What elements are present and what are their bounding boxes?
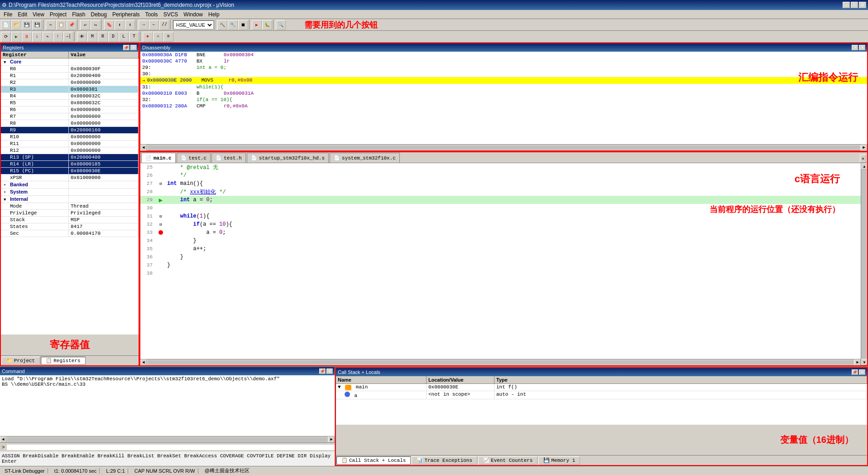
bookmark-btn[interactable]: 🔖	[104, 20, 114, 30]
command-pin-btn[interactable]: 📌	[319, 368, 326, 374]
menu-svcs[interactable]: SVCS	[161, 11, 181, 18]
tab-test-c[interactable]: 📄 test.c	[177, 153, 211, 163]
menu-window[interactable]: Window	[181, 11, 206, 18]
mem-btn[interactable]: M	[87, 32, 97, 42]
cut-btn[interactable]: ✂	[46, 20, 56, 30]
reset-btn[interactable]: ⟳	[1, 32, 11, 42]
maximize-button[interactable]: □	[851, 2, 858, 8]
reg-btn[interactable]: R	[98, 32, 108, 42]
cmd-scroll-right[interactable]: ►	[328, 436, 335, 443]
registers-close-btn[interactable]: ✕	[130, 45, 137, 50]
menu-view[interactable]: View	[30, 11, 47, 18]
disassembly-content[interactable]: 0x0800030A D1FB BNE 0x08000304 0x0800030…	[140, 52, 867, 144]
system-expand-btn[interactable]: +	[3, 190, 7, 195]
menu-debug[interactable]: Debug	[88, 11, 110, 18]
code-line-38: 38	[140, 269, 861, 277]
breakpoint-33[interactable]	[158, 230, 163, 235]
undo-btn[interactable]: ↩	[80, 20, 90, 30]
save-all-btn[interactable]: 💾	[32, 20, 42, 30]
save-btn[interactable]: 💾	[22, 20, 32, 30]
memory1-tab-btn[interactable]: 💾 Memory 1	[538, 456, 580, 465]
clear-bp-btn[interactable]: ○	[153, 32, 163, 42]
reg-r9-name: R9	[1, 127, 69, 133]
indent-btn[interactable]: →	[139, 20, 149, 30]
tab-test-h[interactable]: 📄 test.h	[211, 153, 246, 163]
menu-edit[interactable]: Edit	[15, 11, 30, 18]
callstack-close-btn[interactable]: ✕	[859, 369, 865, 375]
paste-btn[interactable]: 📌	[67, 20, 77, 30]
next-bookmark-btn[interactable]: ⬇	[125, 20, 135, 30]
watch-btn[interactable]: 👁	[77, 32, 87, 42]
registers-tab-btn[interactable]: 📋 Registers	[41, 357, 85, 365]
disasm-scroll-left[interactable]: ◄	[140, 145, 147, 151]
event-counters-tab-btn[interactable]: 📈 Event Counters	[478, 456, 537, 465]
vscroll-up-btn[interactable]: ▲	[861, 163, 867, 170]
tab-startup[interactable]: 📄 startup_stm32f10x_hd.s	[247, 153, 329, 163]
callstack-tab-btn[interactable]: 📋 Call Stack + Locals	[336, 456, 411, 465]
open-btn[interactable]: 📂	[11, 20, 21, 30]
event-tab-icon: 📈	[483, 457, 489, 463]
run-to-cursor-btn[interactable]: →|	[63, 32, 73, 42]
fold-icon-32[interactable]: ⊟	[159, 222, 162, 227]
logic-btn[interactable]: L	[119, 32, 129, 42]
stop-build-btn[interactable]: ⏹	[238, 20, 248, 30]
debug-btn[interactable]: ▶	[252, 20, 262, 30]
tab-main-c[interactable]: 📄 main.c	[141, 153, 176, 163]
trace-btn[interactable]: T	[129, 32, 139, 42]
reg-r11-name: R11	[1, 141, 69, 147]
disasm-close-btn[interactable]: ✕	[859, 45, 865, 50]
command-input-field[interactable]	[7, 445, 335, 450]
search-btn[interactable]: 🔍	[276, 20, 286, 30]
internal-expand-btn[interactable]: ▼	[3, 198, 7, 202]
disasm-btn[interactable]: D	[108, 32, 118, 42]
line-gutter-27: ⊟	[156, 181, 165, 186]
menu-help[interactable]: Help	[206, 11, 222, 18]
banked-expand-btn[interactable]: +	[3, 183, 7, 188]
code-scroll-left[interactable]: ◄	[140, 359, 147, 366]
breakpoint-btn[interactable]: ●	[143, 32, 153, 42]
menu-tools[interactable]: Tools	[143, 11, 161, 18]
vscroll-down-btn[interactable]: ▼	[861, 359, 867, 365]
code-scroll-right[interactable]: ►	[854, 359, 861, 366]
cs-expand-icon[interactable]: ▼	[338, 384, 341, 390]
start-debug-btn[interactable]: 🐛	[262, 20, 272, 30]
new-file-btn[interactable]: 📄	[1, 20, 11, 30]
fold-icon-31[interactable]: ⊟	[159, 214, 162, 219]
menu-project[interactable]: Project	[47, 11, 69, 18]
tab-system[interactable]: 📄 system_stm32f10x.c	[330, 153, 400, 163]
prev-bookmark-btn[interactable]: ⬆	[115, 20, 125, 30]
build-btn[interactable]: 🔨	[217, 20, 227, 30]
callstack-pin-btn[interactable]: 📌	[852, 369, 858, 375]
fold-icon-27[interactable]: ⊟	[159, 181, 162, 186]
disasm-float-btn[interactable]: ↗	[852, 45, 858, 50]
comment-btn[interactable]: //	[159, 20, 169, 30]
minimize-button[interactable]: ─	[843, 2, 850, 8]
core-expand-btn[interactable]: ▼	[3, 60, 7, 65]
rebuild-btn[interactable]: 🔧	[228, 20, 238, 30]
project-tab-btn[interactable]: 📁 Project	[1, 357, 40, 365]
command-close-btn[interactable]: ✕	[326, 368, 333, 374]
close-button[interactable]: ✕	[859, 2, 866, 8]
redo-btn[interactable]: ↪	[91, 20, 101, 30]
code-content[interactable]: 25 * @retval 无 26 */	[140, 163, 861, 359]
registers-pin-btn[interactable]: 📌	[123, 45, 129, 50]
stop-btn[interactable]: ⏸	[22, 32, 32, 42]
step-into-btn[interactable]: ↓	[32, 32, 42, 42]
reg-r15-name: R15 (PC)	[1, 168, 69, 174]
line-number-34: 34	[140, 238, 156, 243]
menu-flash[interactable]: Flash	[69, 11, 88, 18]
step-out-btn[interactable]: ↑	[53, 32, 63, 42]
code-area-close-btn[interactable]: ✕	[860, 155, 866, 163]
disasm-scroll-right[interactable]: ►	[861, 145, 867, 151]
trace-exceptions-tab-btn[interactable]: 📊 Trace Exceptions	[412, 456, 477, 465]
step-over-btn[interactable]: ↷	[43, 32, 53, 42]
hse-dropdown[interactable]: HSE_VALUE	[173, 20, 214, 29]
bp-list-btn[interactable]: ≡	[163, 32, 173, 42]
copy-btn[interactable]: 📋	[56, 20, 66, 30]
run-btn[interactable]: ▶	[11, 32, 21, 42]
cmd-scroll-left[interactable]: ◄	[0, 436, 6, 443]
outdent-btn[interactable]: ←	[149, 20, 159, 30]
menu-file[interactable]: File	[1, 11, 15, 18]
menu-peripherals[interactable]: Peripherals	[110, 11, 143, 18]
line-number-28: 28	[140, 189, 156, 194]
